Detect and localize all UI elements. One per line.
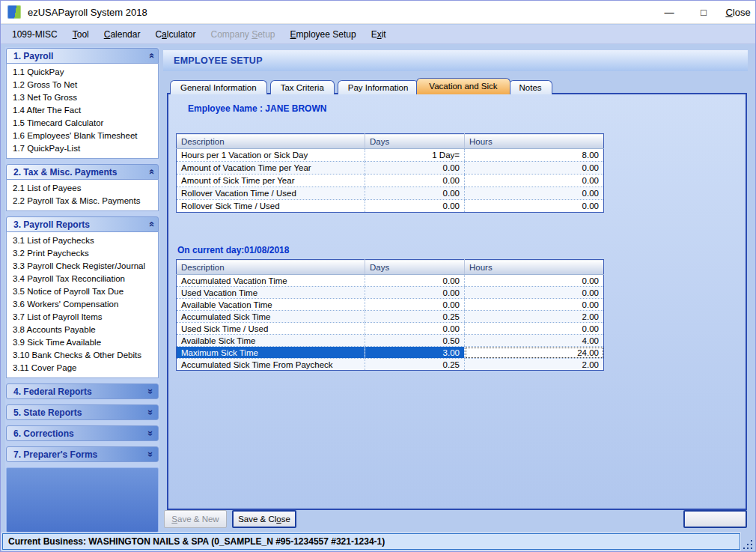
- sidebar-item-3-8-accounts-payable[interactable]: 3.8 Accounts Payable: [7, 324, 158, 336]
- save-and-close-button[interactable]: Save & Close: [232, 510, 296, 528]
- tab-tax-criteria[interactable]: Tax Criteria: [270, 80, 335, 94]
- table-row[interactable]: Available Sick Time0.504.00: [177, 335, 604, 347]
- days-value[interactable]: 0.00: [365, 275, 465, 287]
- sidebar-item-3-5-notice-of-payroll-tax-due[interactable]: 3.5 Notice of Payroll Tax Due: [7, 285, 158, 298]
- expand-chevron-icon[interactable]: »: [146, 389, 156, 394]
- sidebar-item-2-1-list-of-payees[interactable]: 2.1 List of Payees: [7, 182, 158, 195]
- sidebar-section-header-4-federal-reports[interactable]: 4. Federal Reports»: [6, 383, 159, 399]
- section-title: 2. Tax & Misc. Payments: [13, 167, 118, 178]
- table-row[interactable]: Rollover Vacation Time / Used0.000.00: [177, 187, 604, 200]
- vacation-sick-settings-table: DescriptionDaysHoursHours per 1 Vacation…: [176, 133, 604, 213]
- table-row[interactable]: Accumulated Sick Time From Paycheck0.252…: [177, 359, 604, 371]
- hours-value[interactable]: 24.00: [465, 347, 604, 359]
- table-row[interactable]: Hours per 1 Vacation or Sick Day1 Day=8.…: [177, 149, 604, 162]
- collapse-chevron-icon[interactable]: »: [146, 53, 156, 58]
- tab-notes[interactable]: Notes: [509, 80, 552, 94]
- table-row[interactable]: Accumulated Vacation Time0.000.00: [177, 275, 604, 287]
- table-row[interactable]: Amount of Vacation Time per Year0.000.00: [177, 162, 604, 175]
- sidebar-item-2-2-payroll-tax-misc-payments[interactable]: 2.2 Payroll Tax & Misc. Payments: [7, 195, 158, 207]
- maximize-button[interactable]: □: [686, 1, 721, 23]
- hours-value[interactable]: 2.00: [465, 359, 604, 371]
- days-value[interactable]: 0.00: [365, 162, 465, 175]
- table-row[interactable]: Rollover Sick Time / Used0.000.00: [177, 200, 604, 213]
- app-area: 1. Payroll»1.1 QuickPay1.2 Gross To Net1…: [1, 44, 755, 551]
- days-value[interactable]: 1 Day=: [365, 149, 465, 162]
- sidebar-section-header-1-payroll[interactable]: 1. Payroll»: [6, 48, 159, 64]
- table-row[interactable]: Used Sick Time / Used0.000.00: [177, 323, 604, 335]
- hours-value[interactable]: 0.00: [465, 323, 604, 335]
- menu-item-calculator[interactable]: Calculator: [147, 26, 203, 43]
- hours-value[interactable]: 0.00: [465, 287, 604, 299]
- sidebar-item-3-9-sick-time-available[interactable]: 3.9 Sick Time Available: [7, 336, 158, 349]
- days-value[interactable]: 0.50: [365, 335, 465, 347]
- table-row[interactable]: Available Vacation Time0.000.00: [177, 299, 604, 311]
- hours-value[interactable]: 8.00: [465, 149, 604, 162]
- hours-value[interactable]: 0.00: [465, 175, 604, 187]
- days-value[interactable]: 0.25: [365, 311, 465, 323]
- expand-chevron-icon[interactable]: »: [146, 431, 156, 436]
- column-header-days: Days: [365, 260, 465, 275]
- close-button[interactable]: [683, 510, 747, 528]
- sidebar-item-1-2-gross-to-net[interactable]: 1.2 Gross To Net: [7, 79, 158, 91]
- sidebar-item-3-10-bank-checks-other-debits[interactable]: 3.10 Bank Checks & Other Debits: [7, 349, 158, 362]
- collapse-chevron-icon[interactable]: »: [146, 222, 156, 227]
- sidebar-item-1-7-quickpay-list[interactable]: 1.7 QuickPay-List: [7, 142, 158, 155]
- resize-grip-icon[interactable]: [742, 539, 752, 549]
- sidebar-item-3-6-workers-compensation[interactable]: 3.6 Workers' Compensation: [7, 298, 158, 311]
- sidebar-section-7-preparer-s-forms: 7. Preparer's Forms»: [6, 446, 159, 462]
- sidebar-item-3-2-print-paychecks[interactable]: 3.2 Print Paychecks: [7, 247, 158, 260]
- tab-general-information[interactable]: General Information: [170, 80, 267, 94]
- sidebar-item-3-3-payroll-check-register-journal[interactable]: 3.3 Payroll Check Register/Journal: [7, 260, 158, 273]
- days-value[interactable]: 0.25: [365, 359, 465, 371]
- days-value[interactable]: 0.00: [365, 299, 465, 311]
- expand-chevron-icon[interactable]: »: [146, 452, 156, 457]
- days-value[interactable]: 0.00: [365, 200, 465, 213]
- sidebar-section-header-5-state-reports[interactable]: 5. State Reports»: [6, 404, 159, 420]
- menu-item-1099-misc[interactable]: 1099-MISC: [4, 26, 65, 43]
- sidebar-item-1-4-after-the-fact[interactable]: 1.4 After The Fact: [7, 104, 158, 117]
- sidebar-item-1-6-employees-blank-timesheet[interactable]: 1.6 Employees' Blank Timesheet: [7, 130, 158, 142]
- table-row[interactable]: Used Vacation Time0.000.00: [177, 287, 604, 299]
- table-row[interactable]: Maximum Sick Time3.0024.00: [177, 347, 604, 359]
- sidebar-item-1-1-quickpay[interactable]: 1.1 QuickPay: [7, 66, 158, 79]
- data-grid: DescriptionDaysHoursHours per 1 Vacation…: [176, 133, 604, 213]
- sidebar-item-3-11-cover-page[interactable]: 3.11 Cover Page: [7, 362, 158, 374]
- close-button[interactable]: Close: [721, 1, 755, 23]
- hours-value[interactable]: 4.00: [465, 335, 604, 347]
- hours-value[interactable]: 0.00: [465, 162, 604, 175]
- sidebar-item-3-4-payroll-tax-reconciliation[interactable]: 3.4 Payroll Tax Reconciliation: [7, 273, 158, 285]
- sidebar-item-1-5-timecard-calculator[interactable]: 1.5 Timecard Calculator: [7, 117, 158, 130]
- collapse-chevron-icon[interactable]: »: [146, 169, 156, 175]
- menu-item-calendar[interactable]: Calendar: [97, 26, 148, 43]
- menu-item-tool[interactable]: Tool: [65, 26, 97, 43]
- sidebar-item-1-3-net-to-gross[interactable]: 1.3 Net To Gross: [7, 91, 158, 104]
- column-header-description: Description: [177, 134, 365, 149]
- minimize-button[interactable]: —: [652, 1, 686, 23]
- hours-value[interactable]: 0.00: [465, 200, 604, 213]
- days-value[interactable]: 3.00: [365, 347, 465, 359]
- sidebar-item-3-1-list-of-paychecks[interactable]: 3.1 List of Paychecks: [7, 234, 158, 247]
- row-description: Used Vacation Time: [177, 287, 365, 299]
- hours-value[interactable]: 0.00: [465, 299, 604, 311]
- days-value[interactable]: 0.00: [365, 175, 465, 187]
- sidebar-section-header-2-tax-misc-payments[interactable]: 2. Tax & Misc. Payments»: [6, 164, 159, 180]
- days-value[interactable]: 0.00: [365, 323, 465, 335]
- table-row[interactable]: Accumulated Sick Time0.252.00: [177, 311, 604, 323]
- expand-chevron-icon[interactable]: »: [146, 410, 156, 415]
- table-row[interactable]: Amount of Sick Time per Year0.000.00: [177, 175, 604, 187]
- hours-value[interactable]: 0.00: [465, 275, 604, 287]
- days-value[interactable]: 0.00: [365, 287, 465, 299]
- row-description: Hours per 1 Vacation or Sick Day: [177, 149, 365, 162]
- sidebar-section-header-3-payroll-reports[interactable]: 3. Payroll Reports»: [6, 216, 159, 232]
- sidebar-section-header-7-preparer-s-forms[interactable]: 7. Preparer's Forms»: [6, 446, 159, 462]
- sidebar-item-3-7-list-of-payroll-items[interactable]: 3.7 List of Payroll Items: [7, 311, 158, 324]
- sidebar-section-header-6-corrections[interactable]: 6. Corrections»: [6, 425, 159, 441]
- menu-item-employee-setup[interactable]: Employee Setup: [283, 26, 364, 43]
- tab-pay-information[interactable]: Pay Information: [338, 80, 419, 94]
- hours-value[interactable]: 2.00: [465, 311, 604, 323]
- menu-item-exit[interactable]: Exit: [364, 26, 394, 43]
- tab-vacation-and-sick[interactable]: Vacation and Sick: [416, 78, 510, 94]
- days-value[interactable]: 0.00: [365, 187, 465, 200]
- hours-value[interactable]: 0.00: [465, 187, 604, 200]
- section-title: 3. Payroll Reports: [13, 219, 90, 230]
